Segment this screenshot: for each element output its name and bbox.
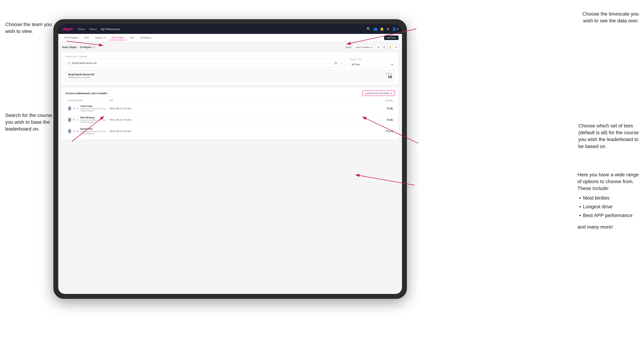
nav-link-my-performance[interactable]: My Performance: [101, 28, 120, 30]
favorite-button[interactable]: ☆: [339, 60, 344, 66]
table-header-row: PLAYER NAME TEE SCORE: [65, 98, 395, 103]
clear-search-button[interactable]: ✕: [334, 61, 338, 65]
period-chevron-icon: ▾: [371, 46, 372, 49]
player-info-2: Blair McHarg Royal North Devon Golf Club…: [80, 116, 110, 123]
leaderboard-table: PLAYER NAME TEE SCORE 👤 ♥ 1 Josh Coles: [65, 98, 395, 137]
nav-logo: clippd: [62, 27, 72, 31]
player-col-1: 👤 ♥ 1 Josh Coles Royal North Devon Golf …: [68, 105, 110, 112]
table-row[interactable]: 👤 ♥ 1 Blair McHarg Royal North Devon Gol…: [65, 114, 395, 126]
tee-chevron-icon: ▾: [392, 63, 393, 66]
table-row[interactable]: 👤 ♥ 1 Josh Coles Royal North Devon Golf …: [65, 103, 395, 114]
view-icons: ⊞ ☰ 🏆 ⬇: [376, 45, 398, 50]
bullet-1: Most birdies: [579, 194, 639, 202]
download-icon[interactable]: ⬇: [394, 45, 398, 50]
course-result-location: Westward Ho!, England: [68, 76, 95, 79]
col-tee: TEE: [110, 99, 358, 102]
nav-link-teams[interactable]: Teams: [89, 28, 97, 30]
leaderboard-header: Course Leaderboard, Last 3 months Lowest…: [65, 91, 395, 96]
player-club-1: Royal North Devon Golf Club, United King…: [80, 108, 110, 112]
holes-label: Holes: [386, 72, 392, 75]
score-cell-2: 72 (E): [358, 119, 393, 121]
list-view-icon[interactable]: ☰: [382, 45, 386, 50]
course-search-value[interactable]: Royal North Devon GC: [72, 62, 333, 64]
ipad-screen: clippd Home Teams My Performance 🔍 👥 🔔 ⚙…: [58, 24, 402, 294]
sub-nav-tour[interactable]: Tour: [128, 35, 137, 40]
player-col-2: 👤 ♥ 1 Blair McHarg Royal North Devon Gol…: [68, 116, 110, 123]
bullet-2: Longest drive: [579, 202, 639, 211]
sub-nav-team-clippd[interactable]: Team Clippd: [109, 35, 126, 40]
leaderboard-section: Course Leaderboard, Last 3 months Lowest…: [62, 88, 398, 140]
score-cell-1: 72 (E): [358, 107, 393, 110]
col-score: SCORE: [358, 99, 393, 102]
score-type-dropdown[interactable]: Lowest Score (18 holes) ▾: [362, 91, 395, 96]
tee-cell-2: White (M) (6,744 yds): [110, 119, 358, 121]
tee-value: All Tees: [352, 63, 360, 66]
player-info-1: Josh Coles Royal North Devon Golf Club, …: [80, 105, 110, 112]
rank-3: 3: [77, 130, 79, 133]
course-result[interactable]: Royal North Devon GC Westward Ho!, Engla…: [65, 70, 395, 82]
edit-team-icon[interactable]: ✏: [93, 46, 96, 49]
player-info-3: David Ford Royal North Devon Golf Club, …: [80, 128, 110, 135]
team-header: Team Clippd | 14 Players ✏ Show: Last 3 …: [62, 45, 398, 50]
bullet-3: Best APP performance: [579, 211, 639, 220]
team-pipe: |: [78, 46, 78, 49]
annotation-top-right: Choose the timescale you wish to see the…: [582, 10, 639, 24]
course-result-info: Royal North Devon GC Westward Ho!, Engla…: [68, 73, 95, 79]
show-controls: Show: Last 3 months ▾ ⊞ ☰ 🏆 ⬇: [346, 45, 398, 50]
score-type-chevron-icon: ▾: [391, 92, 392, 95]
leaderboard-title: Course Leaderboard, Last 3 months: [65, 92, 107, 95]
annotation-mid-left: Search for the course you wish to base t…: [5, 112, 52, 133]
player-count-label: 14 Players: [80, 46, 92, 49]
and-more-text: and many more!: [578, 223, 639, 230]
add-team-button[interactable]: Add Team: [384, 35, 398, 40]
nav-link-home[interactable]: Home: [78, 28, 85, 30]
holes-count: 18: [386, 75, 392, 79]
team-title: Team Clippd | 14 Players ✏: [62, 46, 96, 49]
rank-1: 1: [77, 107, 79, 110]
users-nav-icon[interactable]: 👥: [373, 27, 377, 31]
col-player-name: PLAYER NAME: [68, 99, 110, 102]
player-col-3: 👤 ♥ 3 David Ford Royal North Devon Golf …: [68, 128, 110, 135]
profile-nav-icon[interactable]: 👤 ▾: [392, 27, 398, 31]
period-dropdown[interactable]: Last 3 months ▾: [354, 45, 374, 49]
sub-nav-pga[interactable]: PGA: [82, 35, 92, 40]
heart-icon-2[interactable]: ♥: [74, 119, 75, 121]
avatar-2: 👤: [68, 117, 72, 123]
select-tee-label: Select Tee: [350, 58, 395, 60]
score-cell-3: 73 (+1): [358, 130, 393, 133]
heart-icon-3[interactable]: ♥: [74, 130, 75, 133]
tee-cell-3: White (M) (6,744 yds): [110, 130, 358, 133]
player-name-2: Blair McHarg: [80, 116, 110, 119]
tee-cell-1: White (M) (6,744 yds): [110, 107, 358, 110]
find-course-label: Find a Golf Course: [65, 56, 347, 58]
player-club-2: Royal North Devon Golf Club, United King…: [80, 119, 110, 123]
bell-nav-icon[interactable]: 🔔: [380, 27, 384, 31]
course-search-section: Find a Golf Course 🔍 Royal North Devon G…: [62, 52, 398, 85]
settings-nav-icon[interactable]: ⚙: [386, 27, 390, 31]
nav-bar: clippd Home Teams My Performance 🔍 👥 🔔 ⚙…: [58, 24, 402, 34]
trophy-view-icon[interactable]: 🏆: [388, 45, 392, 50]
annotation-mid-right: Choose which set of tees (default is all…: [578, 122, 639, 150]
main-content: Team Clippd | 14 Players ✏ Show: Last 3 …: [58, 42, 402, 294]
score-type-label: Lowest Score (18 holes): [365, 92, 390, 95]
sub-nav-all-players[interactable]: All Players: [138, 35, 154, 40]
annotation-top-left: Choose the team you wish to view.: [5, 21, 52, 35]
course-search-input-wrap[interactable]: 🔍 Royal North Devon GC ✕ ☆: [65, 59, 347, 67]
search-nav-icon[interactable]: 🔍: [366, 27, 370, 31]
tee-select-dropdown[interactable]: All Tees ▾: [350, 61, 395, 67]
table-row[interactable]: 👤 ♥ 3 David Ford Royal North Devon Golf …: [65, 126, 395, 137]
search-col: Find a Golf Course 🔍 Royal North Devon G…: [65, 56, 347, 67]
player-club-3: Royal North Devon Golf Club, United King…: [80, 130, 110, 135]
nav-icons: 🔍 👥 🔔 ⚙ 👤 ▾: [366, 27, 398, 31]
sub-nav-pgat[interactable]: PGAT Players: [62, 35, 81, 40]
grid-view-icon[interactable]: ⊞: [376, 45, 380, 50]
heart-icon-1[interactable]: ♥: [74, 107, 75, 110]
sub-nav-hcaps[interactable]: Hcaps 1-5: [93, 35, 108, 40]
avatar-3: 👤: [68, 128, 72, 134]
ipad-frame: clippd Home Teams My Performance 🔍 👥 🔔 ⚙…: [54, 19, 407, 299]
team-name-label: Team Clippd: [62, 46, 76, 49]
player-name-1: Josh Coles: [80, 105, 110, 107]
sub-nav: PGAT Players PGA Hcaps 1-5 Team Clippd T…: [58, 34, 402, 42]
search-row: Find a Golf Course 🔍 Royal North Devon G…: [65, 56, 395, 67]
tee-col: Select Tee All Tees ▾: [350, 58, 395, 67]
